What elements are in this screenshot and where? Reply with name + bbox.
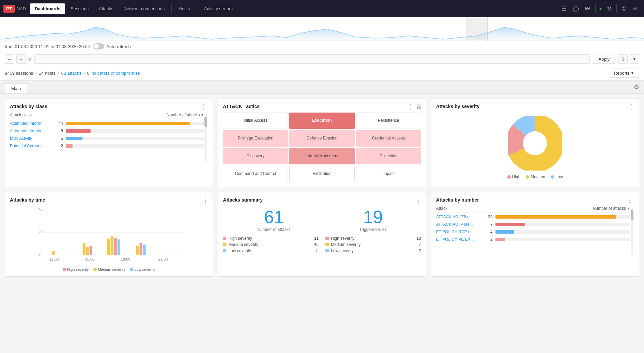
tactic-initial-access[interactable]: Initial Access	[223, 113, 288, 129]
tactic-persistence[interactable]: Persistence	[356, 113, 421, 129]
filter-bar: from 01.03.2020 11:01 to 01.03.2020 20:5…	[0, 41, 644, 52]
legend-high-sev: High severity	[63, 267, 89, 271]
svg-text:21:00: 21:00	[158, 257, 168, 261]
attacks-by-class-card: Attacks by class ⋮ Attack class Number o…	[5, 99, 213, 187]
atk-row-2-name[interactable]: Attempted Admin...	[10, 129, 54, 133]
attacks-by-number-title: Attacks by number	[436, 197, 630, 203]
legend-low: Low	[551, 175, 563, 179]
menu-icon[interactable]: ☰	[559, 4, 569, 13]
sessions-stat: 8459 sessions	[5, 71, 33, 76]
ioc-link[interactable]: 0 indicators of compromise	[87, 71, 140, 76]
url-input[interactable]	[34, 54, 590, 64]
toggle-track[interactable]	[93, 43, 104, 49]
nav-dashboards[interactable]: Dashboards	[30, 3, 65, 14]
nav-sep1	[171, 4, 172, 13]
dot1: •	[35, 71, 37, 76]
time-bar-chart: 40 20 0 12:00 15:00 18:00	[10, 205, 208, 265]
dropdown-icon-button[interactable]: ▼	[630, 54, 639, 64]
auto-refresh-label: Auto-refresh	[106, 44, 131, 49]
attacks-by-severity-title: Attacks by severity	[436, 104, 634, 109]
wrench-icon[interactable]: ⚒	[604, 4, 614, 13]
svg-rect-15	[86, 247, 89, 255]
summary-rules-count: 19 Triggered rules	[359, 208, 386, 232]
atk-class-scrollbar[interactable]	[204, 104, 208, 182]
tactic-command-control[interactable]: Command and Control	[223, 166, 288, 182]
attacks-by-severity-card: Attacks by severity ⋮ High Medium	[431, 99, 639, 187]
tactic-exfiltration[interactable]: Exfiltration	[289, 166, 354, 182]
atk-row-4-count: 2	[54, 144, 63, 148]
attacks-summary-title: Attacks summary	[223, 197, 421, 203]
user-icon[interactable]: ☺	[630, 4, 641, 13]
nav-hosts[interactable]: Hosts	[174, 3, 195, 14]
svg-text:0: 0	[39, 252, 41, 256]
status-green-dot: ●	[598, 4, 603, 13]
atk-num-col-headers: Attack Number of attacks▼	[436, 206, 630, 212]
fast-forward-icon[interactable]: ⏭	[582, 4, 593, 13]
back-button[interactable]: ←	[5, 54, 14, 64]
atk-row-1-name[interactable]: Attempted Inform...	[10, 121, 54, 126]
auto-refresh-toggle[interactable]: Auto-refresh	[93, 43, 131, 49]
tactic-defense-evasion[interactable]: Defense Evasion	[289, 130, 354, 147]
brand-name: NAD	[17, 6, 26, 11]
nav-activity-stream[interactable]: Activity stream	[199, 3, 238, 14]
atk-num-row-2-name[interactable]: ATTACK AD [PTse...	[436, 222, 484, 227]
svg-rect-22	[140, 243, 142, 255]
atk-row-2-bar-wrap	[66, 129, 204, 133]
nav-network-connections[interactable]: Network connections	[119, 3, 170, 14]
nav-sessions[interactable]: Sessions	[66, 3, 93, 14]
atk-row-1-bar-wrap	[66, 122, 204, 125]
svg-rect-20	[118, 239, 120, 255]
attacks-by-time-title: Attacks by time	[10, 197, 208, 203]
attck-tactics-menu[interactable]: ⋮ 🗑	[408, 103, 422, 111]
tactic-credential-access[interactable]: Credential Access	[356, 130, 421, 147]
attacks-by-class-menu[interactable]: ⋮	[200, 104, 204, 111]
attacks-link[interactable]: 62 attacks	[61, 71, 81, 76]
tactic-privilege-escalation[interactable]: Privilege Escalation	[223, 130, 288, 147]
attacks-by-number-card: Attacks by number ⋮ Attack Number of att…	[431, 192, 639, 277]
tactic-impact[interactable]: Impact	[356, 166, 421, 182]
nav-attacks[interactable]: Attacks	[94, 3, 118, 14]
tab-main[interactable]: Main	[5, 83, 27, 93]
rules-big-number: 19	[359, 208, 386, 226]
attacks-by-severity-menu[interactable]: ⋮	[629, 103, 635, 111]
pie-chart	[508, 116, 562, 171]
legend-high: High	[507, 175, 521, 179]
atk-row-3-name[interactable]: Misc Activity	[10, 136, 54, 141]
svg-rect-14	[83, 243, 86, 255]
sev-right-low: Low severity 2	[325, 248, 421, 253]
attacks-by-number-menu[interactable]: ⋮	[627, 197, 630, 204]
atk-row-3-count: 5	[54, 136, 63, 141]
atk-num-row-4-count: 2	[484, 237, 493, 242]
atk-num-row-4-name[interactable]: ET POLICY PE EX...	[436, 237, 484, 242]
sev-right-medium: Medium severity 7	[325, 242, 421, 247]
question-icon[interactable]: ①	[619, 4, 629, 13]
attacks-summary-menu[interactable]: ⋮	[416, 196, 422, 204]
atk-row-3: Misc Activity 5	[10, 136, 204, 141]
attacks-by-time-menu[interactable]: ⋮	[202, 196, 209, 204]
attck-tactics-title: ATT&CK Tactics	[223, 104, 421, 109]
svg-rect-19	[114, 238, 117, 255]
pie-wrapper: High Medium Low	[436, 113, 634, 179]
attck-more-icon[interactable]: ⋮	[408, 103, 414, 111]
svg-text:20: 20	[39, 230, 43, 234]
timeline-chart	[0, 17, 644, 41]
tactic-execution[interactable]: Execution	[289, 113, 354, 129]
copy-icon-button[interactable]: ⎘	[618, 54, 628, 64]
dot2: •	[58, 71, 59, 76]
forward-button[interactable]: →	[16, 54, 26, 64]
apply-button[interactable]: Apply	[592, 55, 616, 64]
tactic-lateral-movement[interactable]: Lateral Movement	[289, 148, 354, 164]
reports-button[interactable]: Reports ▼	[609, 69, 639, 78]
atk-num-row-3-name[interactable]: ET POLICY RDP c...	[436, 230, 484, 234]
atk-num-row-1-name[interactable]: ATTACK AD [PTse...	[436, 215, 484, 219]
attck-delete-icon[interactable]: 🗑	[416, 104, 422, 110]
atk-num-scrollbar[interactable]	[630, 197, 634, 271]
tactic-discovery[interactable]: Discovery	[223, 148, 288, 164]
atk-num-row-1-count: 33	[484, 215, 493, 219]
settings-icon[interactable]: ⚙	[634, 83, 639, 93]
tactic-collection[interactable]: Collection	[356, 148, 421, 164]
atk-row-4-name[interactable]: Potential Corpora...	[10, 144, 54, 148]
atk-row-1: Attempted Inform... 44	[10, 121, 204, 126]
sev-left-low: Low severity 5	[223, 248, 319, 253]
help-circle-icon[interactable]: ◯	[570, 4, 582, 13]
